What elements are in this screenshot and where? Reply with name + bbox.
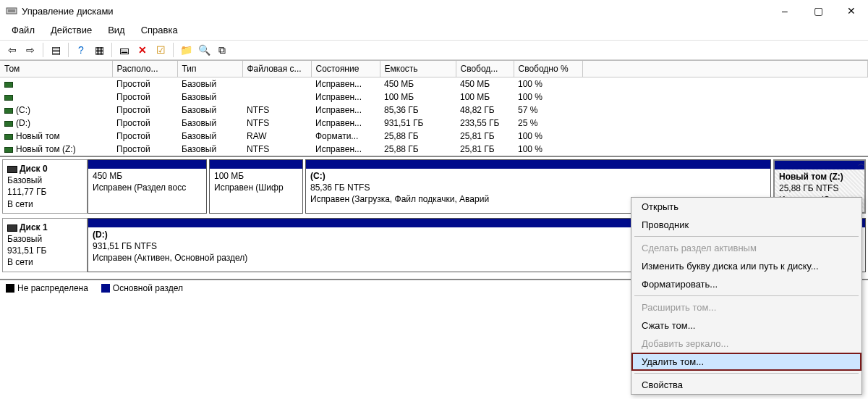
legend-primary: Основной раздел: [101, 283, 183, 293]
ctx-change-letter[interactable]: Изменить букву диска или путь к диску...: [631, 257, 861, 275]
volume-icon: [4, 121, 13, 127]
scroll-up-icon[interactable]: ︿: [856, 159, 867, 169]
table-row[interactable]: (C:)ПростойБазовыйNTFSИсправен...85,36 Г…: [0, 104, 868, 117]
check-icon[interactable]: ☑: [153, 42, 169, 58]
disk-icon: [7, 166, 17, 173]
col-freepct[interactable]: Свободно %: [514, 61, 582, 77]
ctx-delete-volume[interactable]: Удалить том...: [631, 353, 861, 371]
close-button[interactable]: ✕: [835, 0, 868, 22]
volume-icon: [4, 95, 13, 101]
window-title: Управление дисками: [22, 6, 768, 17]
separator: [111, 43, 112, 57]
ctx-explorer[interactable]: Проводник: [631, 216, 861, 234]
menu-help[interactable]: Справка: [134, 23, 185, 37]
table-row[interactable]: Новый том (Z:)ПростойБазовыйNTFSИсправен…: [0, 143, 868, 156]
col-layout[interactable]: Располо...: [112, 61, 177, 77]
disk-1-label[interactable]: Диск 1 Базовый 931,51 ГБ В сети: [2, 218, 88, 272]
swatch-blue: [101, 284, 110, 293]
window-list-icon[interactable]: ▦: [91, 42, 107, 58]
separator: [43, 43, 43, 57]
volume-icon: [4, 134, 13, 140]
maximize-button[interactable]: ▢: [801, 0, 835, 22]
titlebar: Управление дисками – ▢ ✕: [0, 0, 868, 22]
disk-0-label[interactable]: Диск 0 Базовый 111,77 ГБ В сети: [2, 159, 88, 214]
col-state[interactable]: Состояние: [311, 61, 380, 77]
properties-icon[interactable]: ⧉: [214, 42, 230, 58]
back-icon[interactable]: ⇦: [4, 42, 20, 58]
col-capacity[interactable]: Емкость: [380, 61, 456, 77]
menu-view[interactable]: Вид: [101, 23, 132, 37]
menu-action[interactable]: Действие: [43, 23, 99, 37]
forward-icon[interactable]: ⇨: [22, 42, 38, 58]
separator: [173, 43, 174, 57]
volume-icon: [4, 147, 13, 153]
ctx-open[interactable]: Открыть: [631, 198, 861, 216]
swatch-black: [6, 284, 14, 293]
ctx-make-active: Сделать раздел активным: [631, 239, 861, 257]
partition-recovery[interactable]: 450 МБ Исправен (Раздел восс: [88, 159, 207, 214]
table-row[interactable]: ПростойБазовыйИсправен...450 МБ450 МБ100…: [0, 77, 868, 91]
menubar: Файл Действие Вид Справка: [0, 22, 868, 40]
col-fs[interactable]: Файловая с...: [242, 61, 311, 77]
disk-management-icon: [6, 5, 17, 17]
table-row[interactable]: (D:)ПростойБазовыйNTFSИсправен...931,51 …: [0, 117, 868, 130]
table-row[interactable]: ПростойБазовыйИсправен...100 МБ100 МБ100…: [0, 91, 868, 104]
col-volume[interactable]: Том: [0, 61, 112, 77]
ctx-mirror: Добавить зеркало...: [631, 335, 861, 353]
ctx-shrink[interactable]: Сжать том...: [631, 316, 861, 335]
show-hide-icon[interactable]: ▤: [48, 42, 64, 58]
disk-icon: [7, 224, 17, 232]
col-free[interactable]: Свобод...: [456, 61, 514, 77]
minimize-button[interactable]: –: [768, 0, 801, 22]
column-headers[interactable]: Том Располо... Тип Файловая с... Состоян…: [0, 61, 868, 77]
ctx-format[interactable]: Форматировать...: [631, 275, 861, 293]
partition-stripe: [210, 160, 302, 169]
delete-icon[interactable]: ✕: [135, 42, 150, 58]
partition-stripe: [88, 160, 206, 169]
partition-efi[interactable]: 100 МБ Исправен (Шифр: [209, 159, 303, 214]
volume-icon: [4, 108, 13, 114]
refresh-icon[interactable]: 🖴: [116, 42, 132, 58]
partition-stripe: [306, 160, 770, 169]
context-menu: Открыть Проводник Сделать раздел активны…: [631, 197, 862, 395]
legend-unallocated: Не распределена: [6, 283, 88, 293]
folder-up-icon[interactable]: 📁: [178, 42, 194, 58]
svg-rect-1: [8, 9, 15, 12]
ctx-properties[interactable]: Свойства: [631, 376, 861, 394]
folder-search-icon[interactable]: 🔍: [196, 42, 212, 58]
toolbar: ⇦ ⇨ ▤ ? ▦ 🖴 ✕ ☑ 📁 🔍 ⧉: [0, 40, 868, 60]
separator: [68, 43, 69, 57]
volume-list: Том Располо... Тип Файловая с... Состоян…: [0, 60, 868, 156]
partition-stripe: [775, 161, 864, 169]
volume-icon: [4, 82, 13, 88]
menu-file[interactable]: Файл: [4, 23, 42, 37]
help-icon[interactable]: ?: [73, 42, 89, 58]
table-row[interactable]: Новый томПростойБазовыйRAWФормати...25,8…: [0, 130, 868, 143]
ctx-extend: Расширить том...: [631, 298, 861, 316]
col-type[interactable]: Тип: [177, 61, 242, 77]
